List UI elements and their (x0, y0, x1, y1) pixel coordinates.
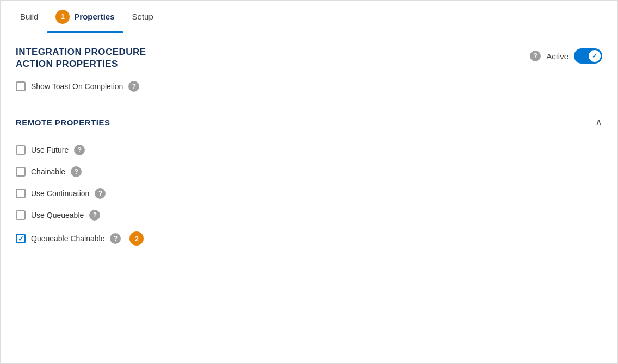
tab-build-label: Build (20, 12, 38, 21)
page-wrapper: Build 1 Properties Setup INTEGRATION PRO… (0, 0, 618, 364)
use-continuation-label: Use Continuation (31, 189, 89, 198)
use-continuation-row: Use Continuation ? (16, 188, 602, 199)
use-continuation-help-icon[interactable]: ? (95, 188, 106, 199)
chainable-help-icon[interactable]: ? (71, 166, 82, 177)
ipa-header-row: INTEGRATION PROCEDURE ACTION PROPERTIES … (16, 46, 602, 70)
use-future-checkbox[interactable] (16, 145, 26, 155)
queueable-chainable-checkbox[interactable]: ✓ (16, 234, 26, 243)
tab-properties-label: Properties (74, 12, 114, 21)
toggle-checkmark: ✓ (592, 52, 597, 60)
show-toast-label: Show Toast On Completion (31, 82, 123, 91)
show-toast-help-icon[interactable]: ? (128, 81, 139, 92)
use-future-label: Use Future (31, 146, 69, 154)
active-label: Active (546, 52, 568, 61)
use-queueable-row: Use Queueable ? (16, 210, 602, 221)
active-toggle[interactable]: ✓ (574, 48, 602, 64)
toggle-thumb: ✓ (589, 50, 601, 62)
tab-setup[interactable]: Setup (123, 1, 162, 33)
queueable-chainable-checkmark: ✓ (18, 235, 24, 242)
step-badge-2: 2 (129, 231, 144, 246)
ipa-section: INTEGRATION PROCEDURE ACTION PROPERTIES … (1, 33, 617, 103)
queueable-chainable-row: ✓ Queueable Chainable ? 2 (16, 231, 602, 246)
content-area: INTEGRATION PROCEDURE ACTION PROPERTIES … (1, 33, 617, 363)
show-toast-row: Show Toast On Completion ? (16, 81, 602, 92)
toggle-track: ✓ (574, 48, 602, 64)
use-queueable-label: Use Queueable (31, 211, 84, 219)
remote-section: REMOTE PROPERTIES ∧ Use Future ? Chainab… (1, 103, 617, 256)
remote-options: Use Future ? Chainable ? Use Conti (16, 139, 602, 246)
active-row: ? Active ✓ (530, 48, 602, 64)
use-queueable-checkbox[interactable] (16, 210, 26, 220)
remote-section-header: REMOTE PROPERTIES ∧ (16, 116, 602, 128)
chainable-label: Chainable (31, 167, 65, 176)
use-future-help-icon[interactable]: ? (74, 145, 85, 155)
tab-bar: Build 1 Properties Setup (1, 1, 617, 33)
use-future-row: Use Future ? (16, 145, 602, 155)
chainable-checkbox[interactable] (16, 167, 26, 177)
collapse-icon[interactable]: ∧ (595, 116, 602, 128)
show-toast-checkbox[interactable] (16, 81, 26, 91)
step-badge-1: 1 (55, 10, 70, 24)
use-queueable-help-icon[interactable]: ? (89, 210, 100, 221)
chainable-row: Chainable ? (16, 166, 602, 177)
ipa-section-title: INTEGRATION PROCEDURE ACTION PROPERTIES (16, 46, 146, 70)
queueable-chainable-label: Queueable Chainable (31, 234, 104, 243)
tab-setup-label: Setup (132, 12, 153, 21)
active-help-icon[interactable]: ? (530, 51, 541, 61)
queueable-chainable-help-icon[interactable]: ? (110, 233, 121, 244)
tab-build[interactable]: Build (11, 1, 47, 33)
use-continuation-checkbox[interactable] (16, 189, 26, 198)
tab-properties[interactable]: 1 Properties (47, 1, 123, 33)
remote-section-title: REMOTE PROPERTIES (16, 118, 110, 127)
